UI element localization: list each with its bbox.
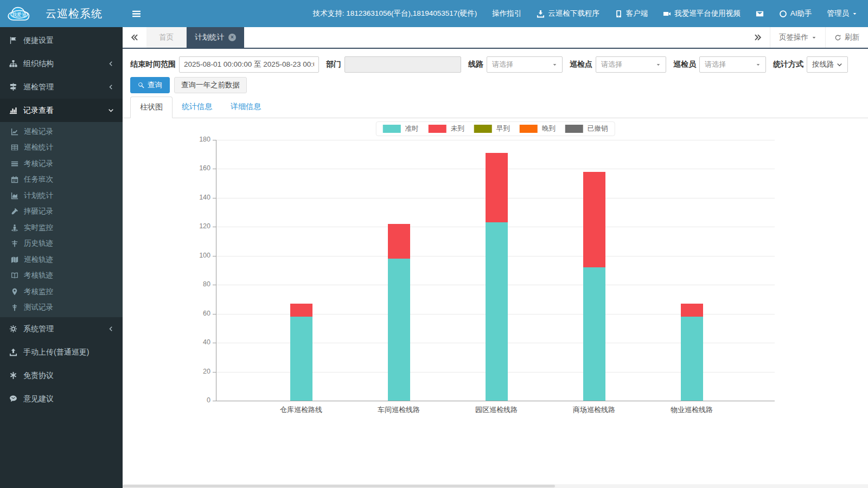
topbar-link-ai[interactable]: AI助手	[779, 9, 812, 18]
sidebar-item-system-mgmt[interactable]: 系统管理	[0, 317, 123, 341]
sidebar-item-label: 意见建议	[23, 394, 54, 404]
tabs-container: 首页计划统计×	[146, 27, 244, 48]
sidebar-subitem-plan-stats[interactable]: 计划统计	[0, 188, 123, 204]
street-view-icon	[10, 224, 19, 232]
map-marker-icon	[10, 288, 19, 296]
refresh-button[interactable]: 刷新	[825, 27, 868, 48]
legend-label: 早到	[496, 124, 510, 133]
caret-down-icon	[812, 35, 816, 40]
asterisk-icon	[9, 371, 18, 380]
bar-segment-未到	[290, 304, 312, 317]
inspector-select[interactable]: 请选择	[699, 56, 766, 73]
action-bar: 查询 查询一年之前数据	[123, 73, 868, 93]
sidebar-item-label: 组织结构	[23, 59, 54, 69]
topbar-link-label: 管理员	[827, 9, 850, 18]
topbar-link-label: 云巡检下载程序	[548, 9, 599, 18]
sidebar-item-manual-upload[interactable]: 手动上传(普通巡更)	[0, 341, 123, 364]
department-input[interactable]	[344, 56, 461, 73]
line-select[interactable]: 请选择	[487, 56, 563, 73]
y-axis-label: 40	[186, 338, 210, 346]
topbar-links: 技术支持: 18123631056(平台),18194053517(硬件) 操作…	[313, 9, 868, 18]
sidebar-toggle-button[interactable]	[123, 0, 150, 27]
view-tab-stats-info[interactable]: 统计信息	[173, 97, 221, 118]
legend-item-0[interactable]: 准时	[383, 124, 419, 133]
horizontal-scrollbar[interactable]	[123, 484, 868, 488]
app-title: 云巡检系统	[46, 7, 103, 21]
calendar-icon	[10, 176, 19, 183]
app-logo[interactable]: 我爱巡 云巡检系统	[0, 0, 123, 27]
legend-swatch	[520, 125, 538, 133]
sidebar-subitem-label: 考核轨迹	[24, 271, 53, 280]
view-tab-bar-chart[interactable]: 柱状图	[130, 97, 173, 118]
legend-item-3[interactable]: 晚到	[520, 124, 556, 133]
caret-down-icon	[756, 62, 761, 67]
ai-icon	[779, 10, 787, 18]
sidebar-subitem-drop-records[interactable]: 摔砸记录	[0, 204, 123, 220]
scroll-tabs-right-button[interactable]	[746, 27, 770, 48]
topbar-link-guide[interactable]: 操作指引	[492, 9, 521, 18]
sidebar-subitem-inspection-track[interactable]: 巡检轨迹	[0, 252, 123, 268]
sidebar-item-record-view[interactable]: 记录查看	[0, 99, 123, 122]
sidebar-item-quick-settings[interactable]: 便捷设置	[0, 29, 123, 52]
topbar-link-mail[interactable]	[756, 10, 764, 18]
sidebar-subitem-assessment-track[interactable]: 考核轨迹	[0, 268, 123, 284]
stat-method-select[interactable]: 按线路	[807, 56, 848, 73]
scrollbar-thumb[interactable]	[123, 485, 555, 487]
y-axis-label: 140	[186, 194, 210, 201]
chevron-down-icon	[108, 107, 114, 113]
sidebar-subitem-task-shifts[interactable]: 任务班次	[0, 172, 123, 188]
sidebar-item-org-structure[interactable]: 组织结构	[0, 52, 123, 75]
x-axis-label: 园区巡检线路	[450, 405, 542, 415]
x-axis-label: 仓库巡检路线	[255, 405, 347, 415]
legend-item-1[interactable]: 未到	[429, 124, 464, 133]
sidebar-subitem-test-records[interactable]: 测试记录	[0, 300, 123, 316]
bar-segment-未到	[486, 153, 508, 222]
gear-icon	[9, 325, 18, 333]
tab-operations-label: 页签操作	[779, 33, 808, 42]
tab-plan-stats[interactable]: 计划统计×	[187, 27, 244, 48]
tab-home[interactable]: 首页	[146, 27, 187, 48]
legend-swatch	[383, 125, 401, 133]
area-chart-icon	[10, 192, 19, 200]
time-range-input[interactable]	[179, 56, 319, 73]
topbar-link-video[interactable]: 我爱巡平台使用视频	[663, 9, 741, 18]
sidebar-subitem-history-track[interactable]: 历史轨迹	[0, 236, 123, 252]
tab-operations-button[interactable]: 页签操作	[770, 27, 825, 48]
bar-segment-准时	[486, 222, 508, 401]
sidebar-item-disclaimer[interactable]: 免责协议	[0, 364, 123, 387]
sidebar-subitem-label: 巡检轨迹	[24, 255, 53, 265]
sidebar-subitem-realtime-monitor[interactable]: 实时监控	[0, 220, 123, 236]
sidebar-item-inspection-mgmt[interactable]: 巡检管理	[0, 75, 123, 99]
close-tab-icon[interactable]: ×	[228, 34, 236, 41]
topbar-link-download[interactable]: 云巡检下载程序	[537, 9, 599, 18]
sidebar-item-feedback[interactable]: 意见建议	[0, 387, 123, 410]
legend-label: 未到	[451, 124, 464, 133]
sidebar-subitem-label: 测试记录	[24, 303, 53, 312]
sidebar-subitem-inspection-records[interactable]: 巡检记录	[0, 124, 123, 140]
y-axis-label: 80	[186, 280, 210, 288]
stat-method-value: 按线路	[812, 60, 834, 69]
bar-segment-未到	[388, 224, 410, 259]
sidebar-subitem-label: 考核记录	[24, 159, 53, 169]
comment-icon	[9, 395, 18, 403]
scroll-tabs-left-button[interactable]	[123, 27, 146, 48]
point-select[interactable]: 请选择	[596, 56, 666, 73]
legend-item-4[interactable]: 已撤销	[565, 124, 608, 133]
app-root: 我爱巡 云巡检系统 便捷设置组织结构巡检管理记录查看巡检记录巡检统计考核记录任务…	[0, 0, 868, 488]
view-tab-detail-info[interactable]: 详细信息	[221, 97, 270, 118]
legend-item-2[interactable]: 早到	[474, 124, 510, 133]
mobile-icon	[615, 10, 623, 18]
query-history-button[interactable]: 查询一年之前数据	[174, 77, 247, 93]
time-range-label: 结束时间范围	[130, 60, 176, 69]
topbar-link-client[interactable]: 客户端	[615, 9, 648, 18]
road-icon	[10, 240, 19, 247]
search-button[interactable]: 查询	[130, 77, 170, 93]
stat-method-label: 统计方式	[773, 60, 803, 69]
sidebar-subitem-label: 巡检记录	[24, 127, 53, 137]
topbar-link-admin[interactable]: 管理员	[827, 9, 858, 18]
caret-down-icon	[552, 62, 557, 67]
sidebar-subitem-inspection-stats[interactable]: 巡检统计	[0, 140, 123, 156]
bar-chart-icon	[9, 106, 18, 114]
sidebar-subitem-assessment-monitor[interactable]: 考核监控	[0, 284, 123, 300]
sidebar-subitem-assessment-records[interactable]: 考核记录	[0, 156, 123, 172]
